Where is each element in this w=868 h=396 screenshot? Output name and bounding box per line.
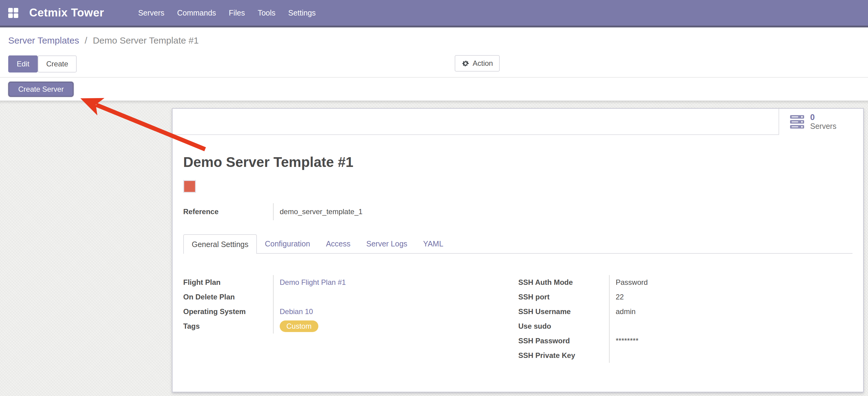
form-sheet: Demo Server Template #1 Reference demo_s… (173, 154, 863, 363)
flight-plan-link[interactable]: Demo Flight Plan #1 (280, 278, 346, 287)
breadcrumb-separator: / (85, 35, 87, 46)
nav-item-servers[interactable]: Servers (138, 8, 164, 17)
form-card: 0 Servers Demo Server Template #1 Refere… (172, 108, 864, 392)
template-action-strip: Create Server (0, 78, 868, 101)
apps-grid-square (14, 8, 18, 12)
tab-general-settings[interactable]: General Settings (183, 234, 257, 254)
field-label-use-sudo: Use sudo (518, 319, 609, 334)
record-title: Demo Server Template #1 (183, 154, 852, 170)
field-value-ssh-password: ******** (609, 334, 852, 348)
field-label-ssh-password: SSH Password (518, 334, 609, 348)
field-label-flight-plan: Flight Plan (183, 275, 273, 290)
breadcrumb-current: Demo Server Template #1 (93, 35, 199, 46)
group-left: Flight Plan Demo Flight Plan #1 On Delet… (183, 275, 518, 363)
gear-icon (461, 59, 470, 67)
reference-value: demo_server_template_1 (273, 203, 363, 220)
field-value-ssh-auth-mode: Password (609, 275, 852, 290)
field-groups: Flight Plan Demo Flight Plan #1 On Delet… (183, 275, 852, 363)
field-label-tags: Tags (183, 319, 273, 334)
breadcrumb-parent-link[interactable]: Server Templates (8, 35, 79, 46)
field-label-ssh-username: SSH Username (518, 304, 609, 319)
nav-item-settings[interactable]: Settings (288, 8, 316, 17)
tag-badge-custom: Custom (280, 320, 318, 332)
action-button[interactable]: Action (455, 55, 500, 72)
breadcrumb: Server Templates / Demo Server Template … (8, 35, 199, 46)
field-value-ssh-port: 22 (609, 290, 852, 304)
field-label-on-delete-plan: On Delete Plan (183, 290, 273, 304)
apps-grid-square (8, 13, 13, 18)
reference-field-row: Reference demo_server_template_1 (183, 203, 852, 220)
apps-grid-icon[interactable] (8, 8, 18, 18)
group-right: SSH Auth Mode Password SSH port 22 SSH U… (518, 275, 852, 363)
nav-item-tools[interactable]: Tools (258, 8, 275, 17)
server-stack-icon (790, 115, 805, 129)
field-value-operating-system: Debian 10 (273, 304, 518, 319)
field-label-operating-system: Operating System (183, 304, 273, 319)
field-value-flight-plan: Demo Flight Plan #1 (273, 275, 518, 290)
field-label-ssh-private-key: SSH Private Key (518, 348, 609, 363)
stat-label: Servers (810, 122, 836, 131)
field-value-ssh-username: admin (609, 304, 852, 319)
servers-stat-button[interactable]: 0 Servers (778, 109, 863, 135)
field-value-use-sudo (609, 319, 852, 334)
field-value-tags: Custom (273, 319, 518, 334)
field-label-ssh-auth-mode: SSH Auth Mode (518, 275, 609, 290)
field-value-on-delete-plan (273, 290, 518, 304)
nav-item-files[interactable]: Files (229, 8, 245, 17)
nav-item-commands[interactable]: Commands (177, 8, 216, 17)
tab-access[interactable]: Access (318, 234, 359, 253)
action-button-label: Action (473, 59, 493, 67)
tab-yaml[interactable]: YAML (415, 234, 451, 253)
tab-server-logs[interactable]: Server Logs (359, 234, 415, 253)
button-box: 0 Servers (173, 109, 863, 135)
record-color-swatch (183, 180, 196, 193)
top-nav: Cetmix Tower Servers Commands Files Tool… (0, 0, 868, 27)
reference-label: Reference (183, 207, 273, 216)
apps-grid-square (14, 13, 18, 18)
tab-configuration[interactable]: Configuration (257, 234, 318, 253)
operating-system-link[interactable]: Debian 10 (280, 307, 313, 316)
field-value-ssh-private-key (609, 348, 852, 363)
content-area: 0 Servers Demo Server Template #1 Refere… (0, 101, 868, 396)
control-panel: Server Templates / Demo Server Template … (0, 27, 868, 78)
create-button[interactable]: Create (38, 55, 77, 73)
notebook-tabs: General Settings Configuration Access Se… (183, 234, 852, 254)
apps-grid-square (8, 8, 13, 12)
edit-button[interactable]: Edit (8, 55, 38, 73)
page: Cetmix Tower Servers Commands Files Tool… (0, 0, 868, 396)
field-label-ssh-port: SSH port (518, 290, 609, 304)
nav-menu: Servers Commands Files Tools Settings (138, 8, 316, 17)
brand-title[interactable]: Cetmix Tower (29, 6, 104, 19)
stat-count: 0 (810, 113, 836, 122)
create-server-button[interactable]: Create Server (8, 82, 74, 97)
stat-text: 0 Servers (810, 113, 836, 131)
